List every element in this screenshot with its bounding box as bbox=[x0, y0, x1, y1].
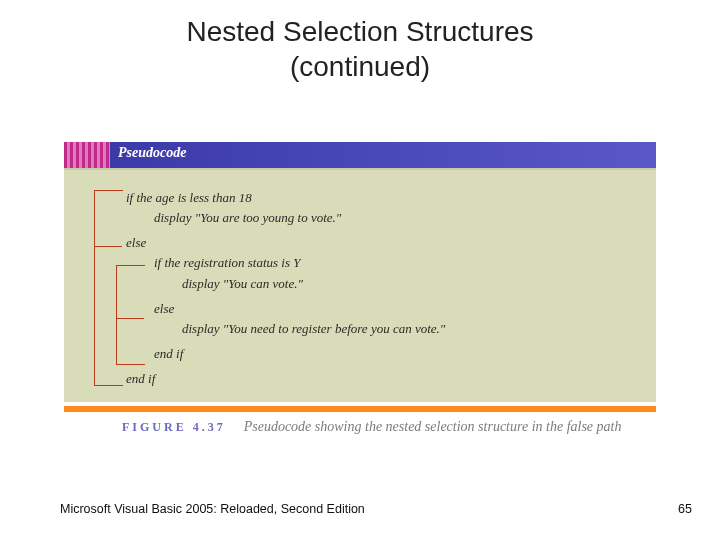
figure-caption-row: FIGURE 4.37 Pseudocode showing the neste… bbox=[64, 412, 656, 437]
figure-number: FIGURE 4.37 bbox=[64, 418, 240, 437]
outer-bracket bbox=[94, 190, 95, 386]
figure: Pseudocode if the age is less than 18 di… bbox=[64, 142, 656, 437]
title-line-1: Nested Selection Structures bbox=[186, 16, 533, 47]
footer-text: Microsoft Visual Basic 2005: Reloaded, S… bbox=[60, 502, 365, 516]
figure-tab: Pseudocode bbox=[64, 142, 656, 168]
title-line-2: (continued) bbox=[290, 51, 430, 82]
tab-stripe-decoration bbox=[64, 142, 110, 168]
code-line: display "You are too young to vote." bbox=[154, 208, 445, 228]
code-line: if the age is less than 18 bbox=[126, 188, 445, 208]
slide-title: Nested Selection Structures (continued) bbox=[0, 0, 720, 84]
inner-bracket bbox=[116, 265, 117, 365]
code-line: display "You need to register before you… bbox=[182, 319, 445, 339]
outer-bracket-mid bbox=[94, 246, 122, 247]
code-line: end if bbox=[154, 344, 445, 364]
code-line: display "You can vote." bbox=[182, 274, 445, 294]
code-line: else bbox=[126, 233, 445, 253]
slide: Nested Selection Structures (continued) … bbox=[0, 0, 720, 540]
page-number: 65 bbox=[678, 502, 692, 516]
pseudocode-text: if the age is less than 18 display "You … bbox=[126, 188, 445, 389]
code-line: if the registration status is Y bbox=[154, 253, 445, 273]
tab-background bbox=[110, 142, 656, 168]
code-line: else bbox=[154, 299, 445, 319]
figure-caption: Pseudocode showing the nested selection … bbox=[240, 418, 622, 437]
code-line: end if bbox=[126, 369, 445, 389]
tab-label: Pseudocode bbox=[118, 145, 186, 161]
pseudocode-panel: if the age is less than 18 display "You … bbox=[64, 168, 656, 402]
